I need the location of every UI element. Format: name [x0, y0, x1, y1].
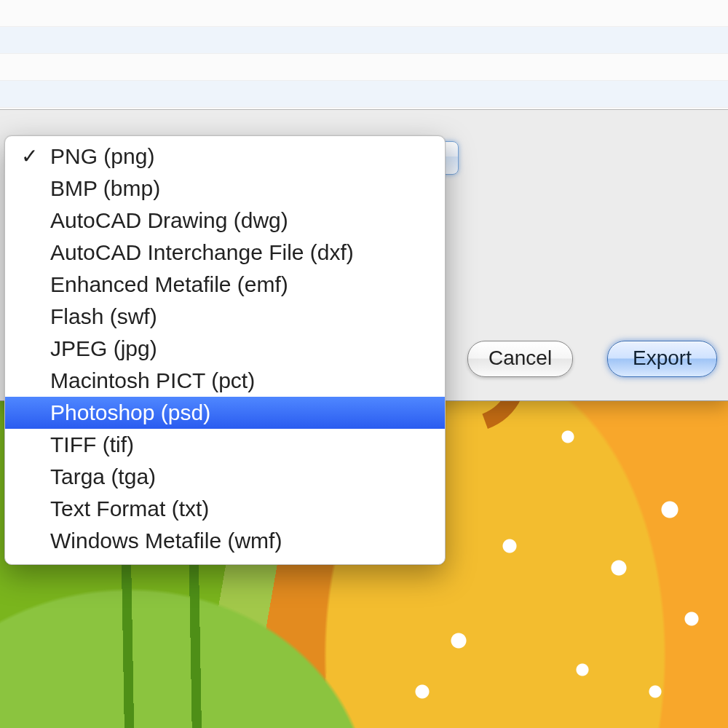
list-row [0, 54, 728, 81]
list-row [0, 0, 728, 27]
cancel-button[interactable]: Cancel [467, 341, 573, 377]
format-option-wmf[interactable]: Windows Metafile (wmf) [5, 525, 445, 557]
export-button[interactable]: Export [607, 341, 717, 377]
format-option-txt[interactable]: Text Format (txt) [5, 493, 445, 525]
format-option-swf[interactable]: Flash (swf) [5, 301, 445, 333]
format-option-emf[interactable]: Enhanced Metafile (emf) [5, 269, 445, 301]
format-option-label: TIFF (tif) [50, 432, 134, 456]
format-option-label: Photoshop (psd) [50, 400, 210, 424]
format-option-label: BMP (bmp) [50, 176, 160, 200]
format-option-label: Windows Metafile (wmf) [50, 529, 282, 553]
format-option-jpg[interactable]: JPEG (jpg) [5, 333, 445, 365]
format-option-label: Flash (swf) [50, 304, 157, 328]
format-option-dwg[interactable]: AutoCAD Drawing (dwg) [5, 205, 445, 237]
file-list-area [0, 0, 728, 110]
format-option-label: AutoCAD Drawing (dwg) [50, 208, 288, 232]
format-option-tif[interactable]: TIFF (tif) [5, 429, 445, 461]
format-option-dxf[interactable]: AutoCAD Interchange File (dxf) [5, 237, 445, 269]
format-option-bmp[interactable]: BMP (bmp) [5, 173, 445, 205]
list-row [0, 81, 728, 108]
format-option-png[interactable]: ✓PNG (png) [5, 141, 445, 173]
format-option-label: Enhanced Metafile (emf) [50, 272, 288, 296]
format-option-label: Macintosh PICT (pct) [50, 368, 255, 392]
format-dropdown-menu[interactable]: ✓PNG (png) BMP (bmp) AutoCAD Drawing (dw… [4, 135, 446, 565]
format-option-label: Text Format (txt) [50, 496, 209, 521]
format-option-pct[interactable]: Macintosh PICT (pct) [5, 365, 445, 397]
format-option-label: JPEG (jpg) [50, 336, 157, 360]
format-option-tga[interactable]: Targa (tga) [5, 461, 445, 493]
list-row [0, 27, 728, 54]
format-option-label: Targa (tga) [50, 464, 156, 488]
format-option-label: PNG (png) [50, 144, 154, 168]
format-option-label: AutoCAD Interchange File (dxf) [50, 240, 354, 264]
checkmark-icon: ✓ [18, 141, 40, 173]
format-option-psd[interactable]: Photoshop (psd) [5, 397, 445, 429]
